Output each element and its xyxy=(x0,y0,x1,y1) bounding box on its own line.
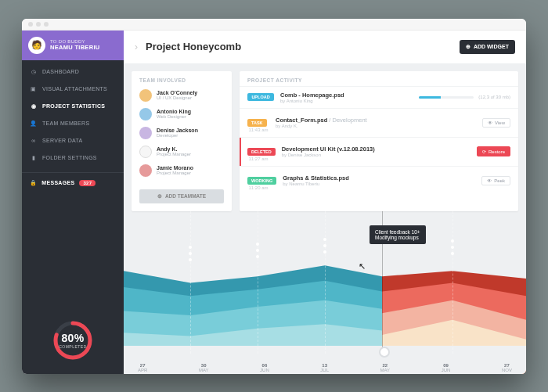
activity-row[interactable]: DELETED11:27 am Development UI Kit (v.12… xyxy=(240,137,518,166)
team-list: Jack O'ConnelyUI / UX Designer Antonio K… xyxy=(132,86,232,186)
progress-percent: 80% xyxy=(62,332,85,344)
image-icon: ▣ xyxy=(30,85,38,93)
activity-by: by Antonio King xyxy=(280,99,344,103)
button-label: ADD TEAMMATE xyxy=(165,193,206,199)
activity-time: 11:20 am xyxy=(247,185,269,190)
window-dot[interactable] xyxy=(36,22,41,27)
progress-ring: 80% COMPLETED xyxy=(52,319,94,361)
sidebar-item-folder[interactable]: ▮FOLDER SETTINGS xyxy=(22,149,124,167)
member-role: Project Manager xyxy=(157,152,191,156)
activity-title: Comb - Homepage.psd xyxy=(280,92,344,99)
view-button[interactable]: 👁View xyxy=(482,118,510,128)
sidebar-item-label: FOLDER SETTINGS xyxy=(42,155,97,160)
sidebar-item-label: VISUAL ATTACHMENTS xyxy=(42,86,107,92)
plus-icon: ⊕ xyxy=(466,44,470,50)
activity-row[interactable]: UPLOAD Comb - Homepage.psdby Antonio Kin… xyxy=(240,86,518,108)
window-dot[interactable] xyxy=(28,22,33,27)
eye-icon: 👁 xyxy=(487,178,492,183)
tag-deleted: DELETED xyxy=(247,148,276,156)
messages-badge: 327 xyxy=(79,180,96,186)
member-name: Andy K. xyxy=(157,146,191,152)
gauge-icon: ◷ xyxy=(30,68,38,76)
member-role: UI / UX Designer xyxy=(157,95,197,100)
topbar: › Project Honeycomb ⊕ADD WIDGET xyxy=(124,31,526,63)
user-name: NEAMU TIBERIU xyxy=(50,44,99,51)
window-dot[interactable] xyxy=(44,22,49,27)
activity-by: by Neamu Tiberiu xyxy=(283,182,349,186)
folder-icon: ▮ xyxy=(30,154,38,162)
sidebar-item-server[interactable]: ∞SERVER DATA xyxy=(22,132,124,149)
button-label: Peek xyxy=(494,178,505,183)
activity-by: by Andy K. xyxy=(276,124,367,128)
chart-tooltip: Client feedback 10+ Modifying mockups xyxy=(370,225,426,244)
member-name: Denise Jackson xyxy=(157,128,198,133)
activity-row[interactable]: TASK11:43 am Contact_Form.psd / Developm… xyxy=(240,108,518,137)
card-heading: TEAM INVOLVED xyxy=(132,71,232,86)
tag-task: TASK xyxy=(247,119,267,127)
activity-time: 11:27 am xyxy=(247,156,269,161)
activity-time: 11:43 am xyxy=(247,128,269,132)
tag-working: WORKING xyxy=(247,177,276,185)
main-area: › Project Honeycomb ⊕ADD WIDGET TEAM INV… xyxy=(124,31,526,374)
user-block[interactable]: 🧑 TO DO BUDDY NEAMU TIBERIU xyxy=(22,31,124,60)
eye-icon: 👁 xyxy=(488,120,492,125)
tag-upload: UPLOAD xyxy=(247,93,274,101)
activity-row[interactable]: WORKING11:20 am Graphs & Statistics.psdb… xyxy=(240,166,518,195)
nav-list: ◷DASHBOARD ▣VISUAL ATTACHMENTS ◉PROJECT … xyxy=(22,60,124,170)
team-member[interactable]: Jamie MoranoProject Manager xyxy=(139,161,224,180)
member-role: Project Manager xyxy=(157,171,193,175)
upload-size: (12,3 of 30 mb) xyxy=(478,95,510,99)
sidebar-item-visual[interactable]: ▣VISUAL ATTACHMENTS xyxy=(22,81,124,98)
add-widget-button[interactable]: ⊕ADD WIDGET xyxy=(460,40,515,54)
activity-list: UPLOAD Comb - Homepage.psdby Antonio Kin… xyxy=(240,86,518,195)
team-member[interactable]: Antonio KingWeb Designer xyxy=(139,105,224,124)
member-name: Jack O'Connely xyxy=(157,90,197,95)
avatar xyxy=(139,108,152,120)
activity-by: by Denise Jackson xyxy=(282,153,375,157)
user-icon: 👤 xyxy=(30,120,38,128)
sidebar-item-label: TEAM MEMBERS xyxy=(42,120,89,126)
avatar: 🧑 xyxy=(28,37,45,54)
sidebar: 🧑 TO DO BUDDY NEAMU TIBERIU ◷DASHBOARD ▣… xyxy=(22,31,124,374)
restore-icon: ⟳ xyxy=(482,149,486,154)
team-member[interactable]: Denise JacksonDeveloper xyxy=(139,124,224,142)
eye-icon: ◉ xyxy=(30,102,38,110)
sidebar-item-messages[interactable]: 🔒 MESSAGES 327 xyxy=(22,175,124,191)
plus-icon: ⊕ xyxy=(157,193,162,200)
button-label: ADD WIDGET xyxy=(474,44,509,49)
sidebar-item-label: PROJECT STATISTICS xyxy=(42,103,105,109)
user-subtitle: TO DO BUDDY xyxy=(50,39,99,44)
chevron-right-icon[interactable]: › xyxy=(135,41,138,52)
activity-title: Graphs & Statistics.psd xyxy=(283,174,349,182)
chart-x-axis: 27APR 30MAY 06JUN 13JUL 22MAY 09JUN 27NO… xyxy=(124,363,526,372)
divider xyxy=(22,172,124,173)
member-name: Jamie Morano xyxy=(157,165,193,171)
sidebar-item-statistics[interactable]: ◉PROJECT STATISTICS xyxy=(22,98,124,115)
sidebar-item-label: MESSAGES xyxy=(41,180,74,185)
avatar xyxy=(139,146,152,158)
card-heading: PROJECT ACTIVITY xyxy=(240,71,518,86)
peek-button[interactable]: 👁Peek xyxy=(481,176,510,185)
progress-ring-block: 80% COMPLETED xyxy=(22,308,124,374)
team-card: TEAM INVOLVED Jack O'ConnelyUI / UX Desi… xyxy=(132,71,232,211)
sidebar-item-members[interactable]: 👤TEAM MEMBERS xyxy=(22,115,124,132)
avatar xyxy=(139,127,152,139)
window-chrome xyxy=(22,19,526,31)
avatar xyxy=(139,164,152,177)
lock-icon: 🔒 xyxy=(30,180,37,186)
timeline-chart[interactable]: Client feedback 10+ Modifying mockups ↖ … xyxy=(124,211,526,374)
team-member[interactable]: Andy K.Project Manager xyxy=(139,142,224,161)
app-window: 🧑 TO DO BUDDY NEAMU TIBERIU ◷DASHBOARD ▣… xyxy=(22,19,526,374)
cursor-icon: ↖ xyxy=(359,261,366,272)
sidebar-item-dashboard[interactable]: ◷DASHBOARD xyxy=(22,63,124,81)
add-teammate-button[interactable]: ⊕ADD TEAMMATE xyxy=(139,189,224,203)
member-role: Developer xyxy=(157,133,198,138)
team-member[interactable]: Jack O'ConnelyUI / UX Designer xyxy=(139,86,224,105)
progress-label: COMPLETED xyxy=(59,344,87,349)
avatar xyxy=(139,89,152,102)
page-title: Project Honeycomb xyxy=(146,41,452,52)
activity-title: Development UI Kit (v.12.08.2013) xyxy=(282,146,375,153)
sidebar-item-label: SERVER DATA xyxy=(42,138,83,143)
activity-title: Contact_Form.psd / Development xyxy=(276,117,367,124)
restore-button[interactable]: ⟳Restore xyxy=(477,146,510,156)
